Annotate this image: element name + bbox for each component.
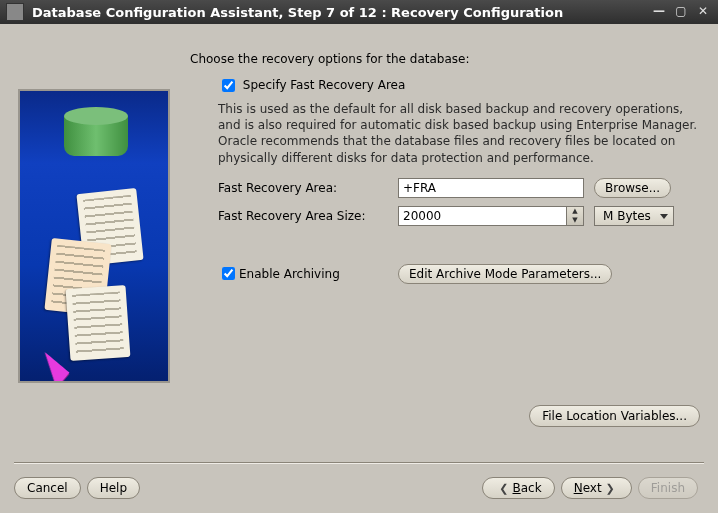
- fra-size-spinner: ▲ ▼: [398, 206, 584, 226]
- chevron-down-icon: [660, 214, 668, 219]
- fra-size-label: Fast Recovery Area Size:: [218, 209, 398, 223]
- back-arrow-icon: ❮: [499, 482, 508, 495]
- fra-description: This is used as the default for all disk…: [218, 101, 700, 166]
- finish-button: Finish: [638, 477, 698, 499]
- edit-archive-params-button[interactable]: Edit Archive Mode Parameters...: [398, 264, 612, 284]
- specify-fra-row: Specify Fast Recovery Area: [218, 76, 700, 95]
- fra-size-input[interactable]: [398, 206, 566, 226]
- next-mnemonic: N: [574, 481, 583, 495]
- titlebar: Database Configuration Assistant, Step 7…: [0, 0, 718, 24]
- fra-path-label: Fast Recovery Area:: [218, 181, 398, 195]
- back-mnemonic: B: [513, 481, 521, 495]
- enable-archiving-checkbox[interactable]: [222, 267, 235, 280]
- app-icon: [6, 3, 24, 21]
- fra-size-unit-value: M Bytes: [603, 209, 651, 223]
- content-area: Choose the recovery options for the data…: [190, 52, 700, 427]
- window-title: Database Configuration Assistant, Step 7…: [32, 5, 646, 20]
- document-icon: [66, 285, 131, 361]
- button-bar: Cancel Help ❮ Back Next ❯ Finish: [14, 475, 704, 501]
- close-icon[interactable]: ✕: [694, 5, 712, 19]
- dialog-window: Database Configuration Assistant, Step 7…: [0, 0, 718, 513]
- cancel-button[interactable]: Cancel: [14, 477, 81, 499]
- fra-path-input[interactable]: [398, 178, 584, 198]
- next-arrow-icon: ❯: [606, 482, 615, 495]
- finish-label: Finish: [651, 481, 685, 495]
- fra-size-unit-select[interactable]: M Bytes: [594, 206, 674, 226]
- fra-size-row: Fast Recovery Area Size: ▲ ▼ M Bytes: [218, 206, 700, 226]
- sidebar-graphic: [18, 89, 170, 383]
- spinner-down-icon[interactable]: ▼: [567, 216, 583, 225]
- file-location-variables-button[interactable]: File Location Variables...: [529, 405, 700, 427]
- enable-archiving-label: Enable Archiving: [239, 267, 340, 281]
- maximize-icon[interactable]: ▢: [672, 5, 690, 19]
- database-cylinder-icon: [64, 107, 128, 163]
- back-button[interactable]: ❮ Back: [482, 477, 554, 499]
- specify-fra-label: Specify Fast Recovery Area: [243, 78, 405, 92]
- intro-text: Choose the recovery options for the data…: [190, 52, 700, 66]
- fra-path-row: Fast Recovery Area: Browse...: [218, 178, 700, 198]
- fra-size-stepper[interactable]: ▲ ▼: [566, 206, 584, 226]
- browse-button[interactable]: Browse...: [594, 178, 671, 198]
- next-button[interactable]: Next ❯: [561, 477, 632, 499]
- dialog-body: Choose the recovery options for the data…: [0, 24, 718, 513]
- spinner-up-icon[interactable]: ▲: [567, 207, 583, 216]
- enable-archiving-row: Enable Archiving Edit Archive Mode Param…: [218, 264, 700, 284]
- separator: [14, 462, 704, 463]
- specify-fra-checkbox[interactable]: [222, 79, 235, 92]
- minimize-icon[interactable]: —: [650, 5, 668, 19]
- arrow-icon: [18, 334, 69, 383]
- help-button[interactable]: Help: [87, 477, 140, 499]
